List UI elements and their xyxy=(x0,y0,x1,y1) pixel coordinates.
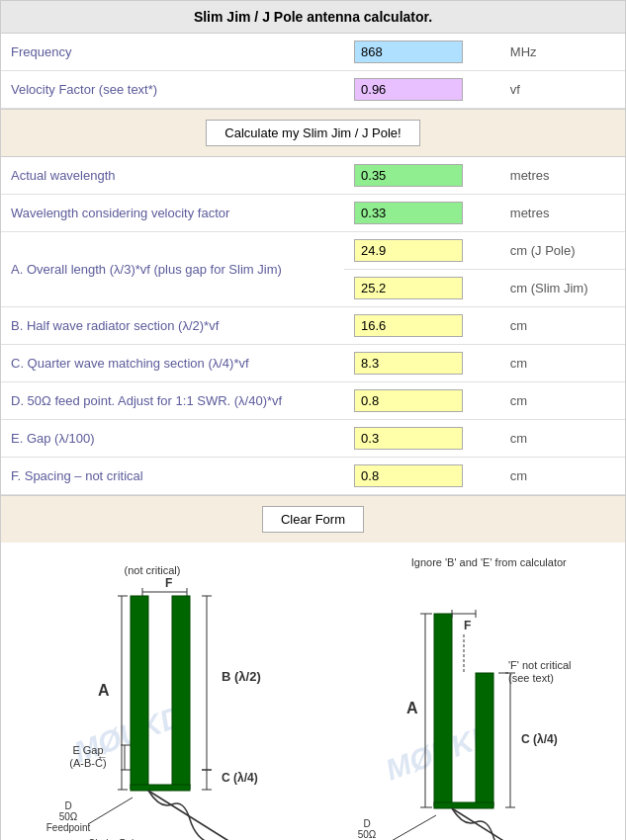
calculate-row: Calculate my Slim Jim / J Pole! xyxy=(1,109,625,157)
b-label: B. Half wave radiator section (λ/2)*vf xyxy=(1,307,344,345)
c-unit: cm xyxy=(500,345,625,382)
slim-jim-diagram: MØUKD (not critical) F ← xyxy=(1,552,313,840)
svg-text:F: F xyxy=(464,619,471,632)
clear-button[interactable]: Clear Form xyxy=(262,506,364,533)
slim-jim-svg: MØUKD (not critical) F ← xyxy=(14,552,301,840)
actual-wavelength-value-cell xyxy=(344,157,500,195)
calculate-button[interactable]: Calculate my Slim Jim / J Pole! xyxy=(206,120,419,146)
velocity-label: Velocity Factor (see text*) xyxy=(1,71,344,109)
d-value-cell xyxy=(344,382,500,420)
svg-rect-38 xyxy=(434,802,493,808)
frequency-label: Frequency xyxy=(1,34,344,71)
frequency-unit: MHz xyxy=(500,34,625,71)
f-unit: cm xyxy=(500,458,625,495)
frequency-input-cell xyxy=(344,34,500,71)
svg-text:50Ω: 50Ω xyxy=(358,829,377,840)
svg-text:A: A xyxy=(98,682,110,699)
svg-text:(A-B-C): (A-B-C) xyxy=(69,757,106,769)
vf-wavelength-unit: metres xyxy=(500,195,625,232)
c-label: C. Quarter wave matching section (λ/4)*v… xyxy=(1,345,344,382)
vf-wavelength-value-cell xyxy=(344,195,500,232)
a-jpole-value xyxy=(354,239,463,262)
a-label: A. Overall length (λ/3)*vf (plus gap for… xyxy=(1,232,344,307)
svg-rect-6 xyxy=(131,596,148,789)
velocity-unit: vf xyxy=(500,71,625,109)
svg-rect-36 xyxy=(434,614,452,806)
d-value xyxy=(354,389,463,412)
c-value-cell xyxy=(344,345,500,382)
svg-text:F: F xyxy=(165,576,172,590)
svg-text:C (λ/4): C (λ/4) xyxy=(222,771,258,785)
e-value-cell xyxy=(344,420,500,458)
svg-rect-8 xyxy=(131,785,190,791)
svg-line-33 xyxy=(148,791,241,840)
svg-text:C (λ/4): C (λ/4) xyxy=(521,732,558,746)
d-label: D. 50Ω feed point. Adjust for 1:1 SWR. (… xyxy=(1,382,344,420)
clear-row: Clear Form xyxy=(1,495,625,543)
c-value xyxy=(354,352,463,375)
jpole-svg: MØUKD 'F' not critical (see text) F xyxy=(325,570,612,840)
a-slimjim-unit: cm (Slim Jim) xyxy=(500,270,625,307)
svg-text:B (λ/2): B (λ/2) xyxy=(222,669,261,684)
velocity-input-cell xyxy=(344,71,500,109)
diagram-section: MØUKD (not critical) F ← xyxy=(1,543,625,840)
ignore-note: Ignore 'B' and 'E' from calculator xyxy=(372,552,567,570)
actual-wavelength-label: Actual wavelength xyxy=(1,157,344,195)
e-unit: cm xyxy=(500,420,625,458)
svg-rect-7 xyxy=(172,596,190,789)
a-slimjim-value xyxy=(354,277,463,299)
svg-text:E Gap: E Gap xyxy=(72,744,103,756)
b-value xyxy=(354,314,463,337)
e-label: E. Gap (λ/100) xyxy=(1,420,344,458)
svg-text:50Ω: 50Ω xyxy=(58,811,77,822)
f-value xyxy=(354,464,463,487)
svg-line-61 xyxy=(452,808,545,840)
actual-wavelength-value xyxy=(354,164,463,187)
svg-text:D: D xyxy=(364,818,371,829)
svg-line-30 xyxy=(88,798,133,824)
svg-text:A: A xyxy=(406,700,418,716)
svg-line-58 xyxy=(390,815,436,840)
svg-text:Feedpoint: Feedpoint xyxy=(46,822,91,833)
e-value xyxy=(354,427,463,450)
svg-text:(not critical): (not critical) xyxy=(124,564,180,576)
a-jpole-unit: cm (J Pole) xyxy=(500,232,625,270)
b-unit: cm xyxy=(500,307,625,345)
vf-wavelength-value xyxy=(354,202,463,224)
frequency-input[interactable] xyxy=(354,41,463,63)
vf-wavelength-label: Wavelength considering velocity factor xyxy=(1,195,344,232)
a-slimjim-value-cell xyxy=(344,270,500,307)
f-label: F. Spacing – not critical xyxy=(1,458,344,495)
f-value-cell xyxy=(344,458,500,495)
svg-rect-37 xyxy=(476,673,493,806)
d-unit: cm xyxy=(500,382,625,420)
actual-wavelength-unit: metres xyxy=(500,157,625,195)
a-jpole-value-cell xyxy=(344,232,500,270)
velocity-input[interactable] xyxy=(354,78,463,101)
page-title: Slim Jim / J Pole antenna calculator. xyxy=(1,1,625,34)
svg-text:(see text): (see text) xyxy=(508,672,554,684)
jpole-diagram: Ignore 'B' and 'E' from calculator MØUKD… xyxy=(313,552,626,840)
svg-text:D: D xyxy=(64,800,71,811)
b-value-cell xyxy=(344,307,500,345)
svg-text:'F' not critical: 'F' not critical xyxy=(508,659,572,671)
